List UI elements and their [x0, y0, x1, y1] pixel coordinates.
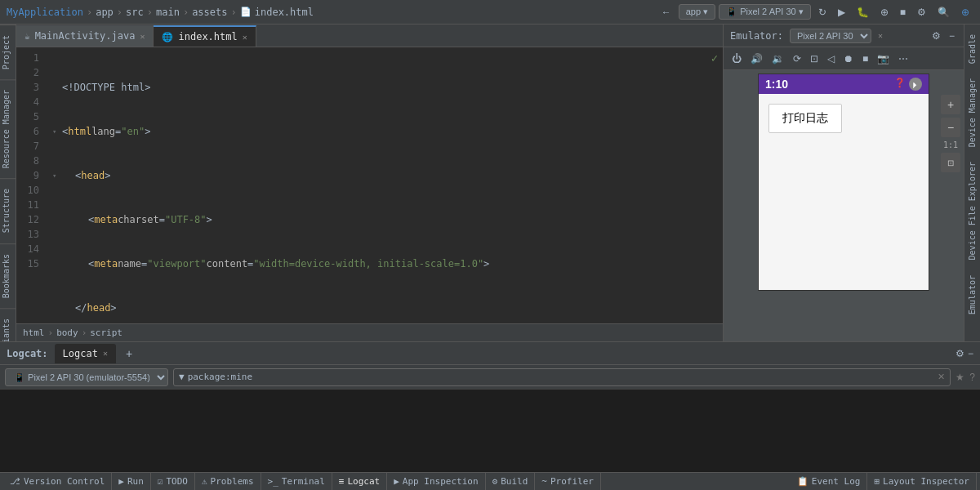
- filter-bookmark-button[interactable]: ★: [956, 372, 964, 383]
- tab-label: MainActivity.java: [35, 30, 136, 42]
- html-icon: 🌐: [162, 32, 173, 42]
- breadcrumb-item[interactable]: index.html: [255, 7, 314, 18]
- code-editor[interactable]: 12345 678910 1112131415 <!DOCTYPE html> …: [16, 47, 723, 323]
- emulator-title: Emulator:: [730, 30, 783, 42]
- code-line-1: <!DOCTYPE html>: [52, 80, 700, 95]
- logcat-tab-logcat[interactable]: Logcat ✕: [55, 344, 116, 363]
- emulator-settings-button[interactable]: ⚙: [929, 29, 943, 42]
- add-button[interactable]: ⊕: [957, 5, 973, 20]
- fold-btn[interactable]: [52, 301, 62, 315]
- tab-close-button[interactable]: ✕: [243, 33, 247, 42]
- breadcrumb-sep: ›: [231, 7, 237, 18]
- logcat-add-tab-button[interactable]: +: [122, 347, 136, 360]
- breadcrumb-item[interactable]: MyApplication: [7, 7, 83, 18]
- emulator-side-controls: + − 1:1 ⊡: [941, 95, 960, 172]
- breadcrumb-item[interactable]: main: [156, 7, 180, 18]
- emulator-close-tab[interactable]: ✕: [878, 31, 883, 40]
- sidebar-item-structure[interactable]: Structure: [0, 178, 16, 243]
- sidebar-item-device-manager[interactable]: Device Manager: [966, 72, 978, 154]
- emulator-minimize-button[interactable]: −: [947, 29, 957, 42]
- breadcrumb-html[interactable]: html: [23, 327, 45, 338]
- status-problems[interactable]: ⚠ Problems: [195, 473, 261, 490]
- sep: ›: [82, 327, 87, 338]
- tab-close-button[interactable]: ✕: [140, 32, 145, 41]
- status-todo[interactable]: ☑ TODO: [151, 473, 195, 490]
- sidebar-item-project[interactable]: Project: [0, 24, 16, 79]
- logcat-content[interactable]: [0, 390, 980, 472]
- logcat-minimize-button[interactable]: −: [968, 348, 973, 359]
- debug-button[interactable]: 🐛: [853, 5, 873, 20]
- rotate-button[interactable]: ⟳: [790, 51, 804, 66]
- device-select[interactable]: 📱 Pixel 2 API 30 ▾: [719, 4, 811, 20]
- logcat-settings-button[interactable]: ⚙: [956, 348, 964, 359]
- attach-button[interactable]: ⊕: [876, 5, 893, 20]
- filter-help-button[interactable]: ?: [969, 372, 975, 383]
- git-icon: ⎇: [10, 476, 20, 487]
- wifi-icon: ❓: [894, 78, 906, 91]
- status-build[interactable]: ⚙ Build: [486, 473, 536, 490]
- tab-mainactivity[interactable]: ☕ MainActivity.java ✕: [16, 25, 154, 47]
- emulator-header: Emulator: Pixel 2 API 30 ✕ ⚙ −: [724, 24, 964, 47]
- sidebar-item-build-variants[interactable]: Build Variants: [0, 308, 16, 341]
- status-terminal[interactable]: >_ Terminal: [261, 473, 332, 490]
- back-button[interactable]: ←: [657, 5, 675, 20]
- sync-button[interactable]: ↻: [814, 5, 831, 20]
- problems-label: Problems: [211, 476, 254, 487]
- status-app-inspection[interactable]: ▶ App Inspection: [387, 473, 485, 490]
- fold-btn[interactable]: [52, 80, 62, 95]
- editor-container: ☕ MainActivity.java ✕ 🌐 index.html ✕ 123…: [16, 24, 723, 341]
- more-button[interactable]: ⋯: [895, 51, 911, 66]
- sidebar-item-emulator[interactable]: Emulator: [966, 269, 978, 321]
- volume-up-button[interactable]: 🔊: [747, 51, 766, 66]
- run-button[interactable]: ▶: [834, 5, 849, 20]
- sidebar-item-bookmarks[interactable]: Bookmarks: [0, 243, 16, 308]
- breadcrumb-body[interactable]: body: [56, 327, 78, 338]
- power-button[interactable]: ⏻: [728, 51, 745, 66]
- gutter-check: ✓: [711, 51, 718, 65]
- status-profiler[interactable]: ~ Profiler: [535, 473, 601, 490]
- sidebar-item-gradle[interactable]: Gradle: [966, 28, 978, 70]
- java-icon: ☕: [24, 31, 30, 42]
- emulator-toolbar: ⏻ 🔊 🔉 ⟳ ⊡ ◁ ⏺ ■ 📷 ⋯: [724, 47, 964, 70]
- fit-screen-button[interactable]: ⊡: [941, 153, 960, 172]
- back-nav-button[interactable]: ◁: [824, 51, 838, 66]
- build-icon: ⚙: [492, 476, 498, 487]
- fold-btn[interactable]: [52, 256, 62, 271]
- breadcrumb-item[interactable]: src: [126, 7, 144, 18]
- fold-btn[interactable]: [52, 212, 62, 227]
- sidebar-item-resource-manager[interactable]: Resource Manager: [0, 79, 16, 178]
- fold-btn[interactable]: ▾: [52, 168, 62, 183]
- search-button[interactable]: 🔍: [933, 5, 954, 20]
- zoom-in-button[interactable]: +: [941, 95, 960, 114]
- stop-button[interactable]: ■: [859, 51, 871, 66]
- status-event-log[interactable]: 📋 Event Log: [791, 473, 868, 490]
- logcat-device-select[interactable]: 📱 Pixel 2 API 30 (emulator-5554) Android…: [5, 368, 168, 386]
- tab-indexhtml[interactable]: 🌐 index.html ✕: [154, 25, 256, 47]
- main-area: Project Resource Manager Structure Bookm…: [0, 24, 980, 341]
- zoom-out-button[interactable]: −: [941, 118, 960, 137]
- sidebar-item-device-file-explorer[interactable]: Device File Explorer: [966, 155, 978, 266]
- fold-btn[interactable]: ▾: [52, 124, 62, 139]
- status-run[interactable]: ▶ Run: [112, 473, 151, 490]
- logcat-tab-close[interactable]: ✕: [103, 349, 108, 358]
- breadcrumb-item[interactable]: assets: [192, 7, 227, 18]
- fold-button[interactable]: ⊡: [807, 51, 822, 66]
- filter-clear-button[interactable]: ✕: [938, 372, 945, 382]
- breadcrumb-script[interactable]: script: [90, 327, 122, 338]
- logcat-status-label: Logcat: [347, 476, 380, 487]
- profiler-icon: ~: [541, 476, 547, 487]
- status-logcat[interactable]: ≡ Logcat: [332, 473, 387, 490]
- terminal-label: Terminal: [282, 476, 325, 487]
- volume-down-button[interactable]: 🔉: [768, 51, 787, 66]
- status-layout-inspector[interactable]: ⊞ Layout Inspector: [867, 473, 977, 490]
- screenshot-button[interactable]: 📷: [874, 51, 893, 66]
- run-config-select[interactable]: app ▾: [679, 4, 715, 20]
- gradle-sync[interactable]: ⚙: [913, 5, 930, 20]
- status-version-control[interactable]: ⎇ Version Control: [3, 473, 112, 490]
- record-button[interactable]: ⏺: [840, 51, 857, 66]
- editor-breadcrumb: html › body › script: [16, 323, 723, 341]
- stop-button[interactable]: ■: [896, 5, 910, 20]
- breadcrumb-item[interactable]: app: [96, 7, 114, 18]
- emulator-device-select[interactable]: Pixel 2 API 30: [790, 29, 871, 43]
- breadcrumb-sep: ›: [183, 7, 189, 18]
